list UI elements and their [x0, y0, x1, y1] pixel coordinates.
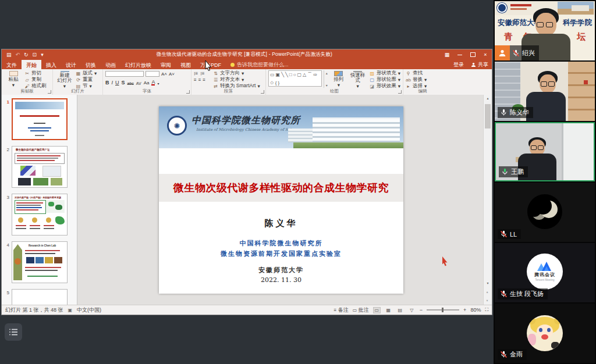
tab-design[interactable]: 设计 [61, 60, 81, 69]
tab-animations[interactable]: 动画 [101, 60, 120, 69]
close-button[interactable]: × [479, 49, 492, 60]
video-tile-ll[interactable]: LL [495, 183, 595, 242]
tab-home[interactable]: 开始 [22, 60, 41, 69]
normal-view-button[interactable]: ▭ [373, 307, 381, 313]
replace-button[interactable]: ab替换▾ [406, 77, 427, 83]
slide-thumbnail-1[interactable] [12, 98, 68, 140]
slide-thumbnail-3[interactable]: 次级代谢产物《天然产物》是药物的重要来源 [12, 194, 68, 235]
share-button[interactable]: 共享 [471, 61, 488, 69]
scroll-up-arrow[interactable]: ▴ [484, 96, 491, 100]
text-shadow-button[interactable]: S [122, 80, 125, 85]
shrink-font-icon[interactable]: A˅ [169, 72, 175, 77]
copy-button[interactable]: ▱复制 [24, 77, 47, 83]
zoom-in-button[interactable]: + [463, 307, 466, 313]
vertical-scrollbar[interactable]: ▴ ▾ « » [483, 95, 492, 305]
restore-button[interactable] [466, 49, 479, 60]
bullets-icon[interactable]: ⁝≡ [194, 71, 198, 76]
align-right-icon[interactable]: ≡ [203, 77, 205, 83]
text-direction-button[interactable]: ⇅文字方向▾ [213, 70, 260, 76]
start-slideshow-icon[interactable]: ⊡ [33, 52, 37, 58]
clipboard-dialog-launcher[interactable] [48, 90, 51, 94]
frame-shape-icon[interactable]: ▣ [276, 72, 281, 78]
underline-button[interactable]: U [115, 80, 119, 85]
tell-me-box[interactable]: 告诉我您想要做什么... [226, 60, 293, 69]
zoom-slider[interactable] [427, 309, 459, 311]
customize-qat-icon[interactable]: ▾ [41, 52, 44, 58]
paragraph-dialog-launcher[interactable] [261, 90, 264, 94]
display-settings-icon[interactable]: ▣ [68, 308, 73, 313]
cut-button[interactable]: ✂剪切 [24, 70, 47, 76]
new-slide-button[interactable]: 新建 幻灯片 ▾ [55, 70, 74, 88]
tab-transitions[interactable]: 切换 [81, 60, 101, 69]
rectangle-shape-icon[interactable]: ▭ [270, 72, 275, 78]
slide-thumbnail-4[interactable]: Research in Chen Lab [12, 241, 68, 283]
minimize-button[interactable] [453, 49, 466, 60]
video-tile-duanfeiyang[interactable]: 腾讯会议 Tencent Meeting 生技 段飞扬 [495, 243, 595, 302]
triangle-shape-icon[interactable]: △ [303, 72, 306, 78]
previous-slide-button[interactable]: « [486, 289, 489, 296]
slide-thumbnail-5[interactable] [12, 289, 68, 305]
video-tile-jinyu[interactable]: 金雨 [495, 304, 595, 363]
video-tile-wangpeng[interactable]: 王鹏 [495, 122, 595, 181]
tab-view[interactable]: 视图 [176, 60, 196, 69]
star-shape-icon[interactable]: ✩ [270, 80, 274, 87]
fit-to-window-button[interactable]: ⛶ [485, 307, 488, 313]
slideshow-view-button[interactable]: ▽ [408, 308, 416, 313]
block-arrow-shape-icon[interactable]: ⇨ [313, 72, 317, 78]
ribbon-display-options-button[interactable]: ▦ [441, 49, 453, 60]
save-icon[interactable]: ▤ [6, 52, 12, 58]
grow-font-icon[interactable]: A˄ [161, 72, 167, 77]
zoom-level[interactable]: 80% [470, 307, 481, 313]
font-color-button[interactable]: A [151, 80, 155, 85]
zoom-slider-knob[interactable] [442, 308, 444, 312]
drawing-dialog-launcher[interactable] [398, 90, 402, 94]
scrollbar-thumb[interactable] [485, 104, 491, 129]
tab-slideshow[interactable]: 幻灯片放映 [120, 60, 156, 69]
italic-button[interactable]: I [112, 80, 113, 85]
layout-button[interactable]: ▦版式▾ [76, 70, 97, 76]
align-text-button[interactable]: ☰对齐文本▾ [213, 77, 260, 83]
reading-view-button[interactable]: ▤ [396, 308, 404, 313]
bold-button[interactable]: B [105, 80, 109, 85]
video-tile-shaoxing[interactable]: 安徽师范大学 科学学院 青 年 坛 绍兴 [495, 1, 595, 60]
undo-icon[interactable]: ↶ [16, 52, 20, 58]
redo-icon[interactable]: ↻ [24, 52, 29, 58]
line-shape-icon[interactable]: ╲ [281, 72, 284, 78]
sign-in-button[interactable]: 登录 [453, 61, 464, 69]
tab-insert[interactable]: 插入 [41, 60, 61, 69]
slide-thumbnail-2[interactable]: 微生物次级代谢产物应用广泛 [12, 146, 68, 188]
shapes-gallery[interactable]: ▭ ▣ ╲ ╲ □ ○ ▢ △ ⌒ ⇨ ✩ { } [268, 70, 322, 87]
circle-shape-icon[interactable]: ○ [293, 72, 296, 78]
align-left-icon[interactable]: ≡ [194, 77, 197, 83]
video-tile-chenyihua[interactable]: 陈义华 [495, 62, 595, 121]
change-case-button[interactable]: Aa [144, 80, 150, 85]
tab-review[interactable]: 审阅 [156, 60, 176, 69]
shape-fill-button[interactable]: ▨形状填充▾ [370, 70, 400, 76]
slide[interactable]: ✺ 中国科学院微生物研究所 Institute of Microbiology … [159, 106, 403, 294]
arc-shape-icon[interactable]: ⌒ [307, 72, 312, 78]
scroll-down-arrow[interactable]: ▾ [484, 281, 491, 285]
strikethrough-button[interactable]: abc [127, 81, 134, 85]
shape-outline-button[interactable]: ▢形状轮廓▾ [370, 77, 400, 83]
align-center-icon[interactable]: ≡ [198, 77, 201, 83]
paste-button[interactable]: 粘贴▾ [4, 70, 23, 88]
arrow-line-shape-icon[interactable]: ╲ [285, 72, 288, 78]
quick-styles-button[interactable]: 快速样式▾ [348, 70, 368, 88]
member-list-button[interactable] [5, 323, 22, 341]
next-slide-button[interactable]: » [486, 297, 489, 304]
comments-button[interactable]: ▭ 批注 [353, 306, 369, 314]
find-button[interactable]: ⚲查找 [406, 70, 427, 76]
tab-file[interactable]: 文件 [2, 60, 22, 69]
font-size-combobox[interactable] [146, 71, 159, 77]
shapes-gallery-scroll[interactable]: ▴▾ [324, 70, 329, 88]
reset-button[interactable]: ⟳重置 [76, 77, 97, 83]
font-name-combobox[interactable] [105, 71, 144, 77]
zoom-out-button[interactable]: − [420, 307, 423, 313]
numbering-icon[interactable]: ⁝≡ [200, 71, 204, 76]
notes-button[interactable]: ≡ 备注 [334, 306, 349, 314]
language-status[interactable]: 中文(中国) [77, 306, 101, 314]
square-shape-icon[interactable]: □ [289, 72, 292, 78]
rounded-rect-shape-icon[interactable]: ▢ [297, 72, 301, 78]
brace-shape-icon[interactable]: { } [275, 80, 280, 87]
font-dialog-launcher[interactable] [186, 90, 190, 94]
